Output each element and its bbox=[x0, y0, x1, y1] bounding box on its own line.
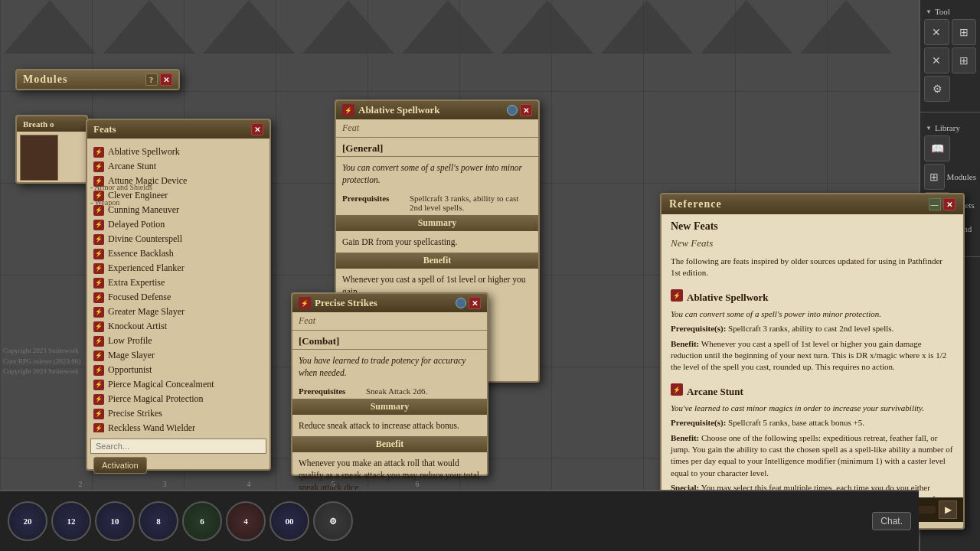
precise-prereq-row: Prerequisites Sneak Attack 2d6. bbox=[292, 383, 487, 399]
tool-btn-row-3: ⚙ bbox=[924, 76, 976, 102]
feat-label-knockout: Knockout Artist bbox=[108, 321, 167, 332]
ablative-summary-bar: Summary bbox=[336, 215, 538, 231]
dice-d8-label: 8 bbox=[156, 517, 161, 526]
dice-d6-btn[interactable]: 6 bbox=[182, 501, 222, 541]
chat-button[interactable]: Chat. bbox=[872, 512, 911, 530]
feat-icon-arcane: ⚡ bbox=[93, 161, 104, 172]
tool-btn-x1[interactable]: ✕ bbox=[924, 19, 949, 45]
dice-d6-label: 6 bbox=[200, 517, 204, 526]
feat-item-focused[interactable]: ⚡ Focused Defense bbox=[90, 290, 266, 305]
dice-d00-btn[interactable]: 00 bbox=[270, 501, 309, 541]
precise-close-btn[interactable]: ✕ bbox=[469, 297, 481, 309]
dice-d12-label: 12 bbox=[67, 517, 76, 526]
feat-item-opportunist[interactable]: ⚡ Opportunist bbox=[90, 363, 266, 377]
precise-type-label: Feat bbox=[292, 312, 487, 331]
feat-item-ablative[interactable]: ⚡ Ablative Spellwork bbox=[90, 145, 266, 159]
feat-icon-opportunist: ⚡ bbox=[93, 365, 104, 376]
library-btn-row-2: ⊞ Modules bbox=[924, 164, 976, 190]
feat-item-knockout[interactable]: ⚡ Knockout Artist bbox=[90, 319, 266, 334]
triangle-decorations bbox=[0, 0, 919, 61]
ref-feat-ablative-prereq-value: Spellcraft 3 ranks, ability to cast 2nd … bbox=[728, 324, 893, 333]
dice-d8-btn[interactable]: 8 bbox=[139, 501, 178, 541]
feat-icon-precise: ⚡ bbox=[93, 409, 104, 419]
feat-item-lowprofile[interactable]: ⚡ Low Profile bbox=[90, 334, 266, 348]
breath-title: Breath o bbox=[23, 119, 54, 129]
modules-help-btn[interactable]: ? bbox=[145, 73, 158, 86]
triangle-3 bbox=[203, 0, 295, 54]
feat-label-lowprofile: Low Profile bbox=[108, 335, 152, 347]
feat-item-mage[interactable]: ⚡ Mage Slayer bbox=[90, 348, 266, 363]
library-btn-row-1: 📖 bbox=[924, 135, 976, 161]
library-btn-book[interactable]: 📖 bbox=[924, 135, 950, 161]
feats-close-btn[interactable]: ✕ bbox=[251, 123, 263, 135]
feat-item-divine[interactable]: ⚡ Divine Counterspell bbox=[90, 232, 266, 246]
tool-btn-x2[interactable]: ✕ bbox=[924, 47, 949, 73]
ref-feat-arcane-name: Arcane Stunt bbox=[687, 386, 743, 398]
reference-main-title: New Feats bbox=[671, 220, 954, 233]
feat-label-pierce-concealment: Pierce Magical Concealment bbox=[108, 379, 214, 390]
feat-icon-extra: ⚡ bbox=[93, 278, 104, 289]
precise-info-btn[interactable] bbox=[456, 298, 466, 308]
ref-feat-ablative-desc: You can convert some of a spell's power … bbox=[671, 308, 954, 320]
ablative-summary-body: Gain DR from your spellcasting. bbox=[336, 231, 538, 253]
feat-icon-essence: ⚡ bbox=[93, 249, 104, 259]
breath-content bbox=[17, 132, 87, 184]
precise-description: You have learned to trade potency for ac… bbox=[292, 350, 487, 383]
feat-label-delayed: Delayed Potion bbox=[108, 219, 165, 230]
tool-section: ▼ Tool ✕ ⊞ ✕ ⊞ ⚙ bbox=[920, 0, 980, 108]
dice-settings-btn[interactable]: ⚙ bbox=[313, 501, 353, 541]
ablative-type-label: Feat bbox=[336, 119, 538, 138]
feat-icon-experienced: ⚡ bbox=[93, 263, 104, 274]
feats-side-label-1: - Armor and Shields bbox=[87, 181, 270, 193]
feat-item-delayed[interactable]: ⚡ Delayed Potion bbox=[90, 217, 266, 232]
tool-btn-settings[interactable]: ⚙ bbox=[924, 76, 950, 102]
triangle-5 bbox=[402, 0, 494, 54]
feat-item-arcane[interactable]: ⚡ Arcane Stunt bbox=[90, 159, 266, 174]
feat-item-pierce-protection[interactable]: ⚡ Pierce Magical Protection bbox=[90, 392, 266, 406]
feat-item-precise[interactable]: ⚡ Precise Strikes bbox=[90, 406, 266, 421]
reference-subtitle: New Feats bbox=[671, 237, 954, 249]
bottom-bar: 20 12 10 8 6 4 00 ⚙ Chat. bbox=[0, 490, 919, 551]
modules-close-btn[interactable]: ✕ bbox=[160, 73, 172, 86]
tool-triangle-icon: ▼ bbox=[926, 8, 932, 15]
feats-search-input[interactable] bbox=[90, 439, 266, 454]
feat-item-extra[interactable]: ⚡ Extra Expertise bbox=[90, 276, 266, 290]
ablative-benefit-bar: Benefit bbox=[336, 253, 538, 269]
ref-feat-ablative-prereq-label: Prerequisite(s): bbox=[671, 324, 726, 333]
ref-next-btn[interactable]: ▶ bbox=[939, 500, 957, 519]
precise-titlebar: ⚡ Precise Strikes ✕ bbox=[292, 294, 487, 312]
reference-close-btn[interactable]: ✕ bbox=[943, 198, 956, 210]
feat-item-experienced[interactable]: ⚡ Experienced Flanker bbox=[90, 261, 266, 276]
tool-btn-grid2[interactable]: ⊞ bbox=[952, 47, 977, 73]
dice-d4-btn[interactable]: 4 bbox=[226, 501, 266, 541]
feat-icon-knockout: ⚡ bbox=[93, 321, 104, 332]
modules-window: Modules ? ✕ bbox=[15, 69, 180, 90]
tool-btn-grid1[interactable]: ⊞ bbox=[952, 19, 977, 45]
reference-minimize-btn[interactable]: — bbox=[929, 198, 941, 210]
modules-btn[interactable]: ⊞ bbox=[924, 164, 945, 190]
dice-d12-btn[interactable]: 12 bbox=[51, 501, 91, 541]
tool-section-title: ▼ Tool bbox=[924, 4, 976, 19]
feat-label-precise: Precise Strikes bbox=[108, 408, 162, 419]
ablative-section-title: [General] bbox=[336, 138, 538, 157]
feat-item-pierce-concealment[interactable]: ⚡ Pierce Magical Concealment bbox=[90, 377, 266, 392]
feat-item-greater[interactable]: ⚡ Greater Mage Slayer bbox=[90, 305, 266, 319]
dice-d20-btn[interactable]: 20 bbox=[8, 501, 47, 541]
feat-label-greater: Greater Mage Slayer bbox=[108, 306, 185, 318]
reference-intro: The following are feats inspired by olde… bbox=[671, 256, 954, 279]
dice-d10-btn[interactable]: 10 bbox=[95, 501, 135, 541]
feat-label-reckless: Reckless Wand Wielder bbox=[108, 422, 195, 432]
ablative-close-btn[interactable]: ✕ bbox=[520, 104, 532, 116]
activation-btn[interactable]: Activation bbox=[93, 457, 147, 474]
tool-label: Tool bbox=[935, 7, 950, 16]
feat-icon-reckless: ⚡ bbox=[93, 423, 104, 433]
ref-feat-arcane-benefit-label: Benefit: bbox=[671, 433, 699, 442]
precise-section-title: [Combat] bbox=[292, 331, 487, 350]
feat-item-reckless[interactable]: ⚡ Reckless Wand Wielder bbox=[90, 421, 266, 432]
feats-titlebar: Feats ✕ bbox=[87, 120, 270, 139]
precise-summary-body: Reduce sneak attack to increase attack b… bbox=[292, 415, 487, 436]
feat-label-focused: Focused Defense bbox=[108, 292, 171, 303]
bottom-num-6: 6 bbox=[375, 480, 459, 488]
ablative-info-btn[interactable] bbox=[507, 105, 518, 116]
feat-item-essence[interactable]: ⚡ Essence Backlash bbox=[90, 246, 266, 261]
